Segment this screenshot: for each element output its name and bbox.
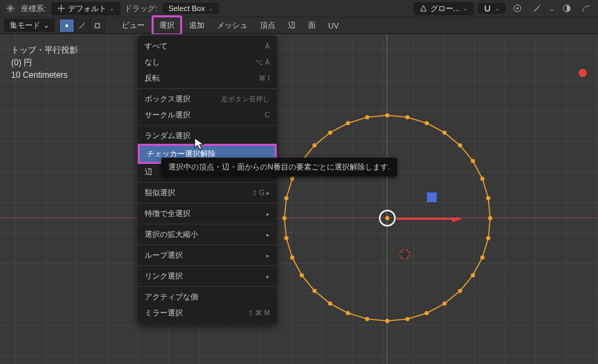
- menu-vertex[interactable]: 頂点: [254, 17, 281, 33]
- chevron-down-icon: ⌄: [494, 5, 500, 12]
- svg-point-37: [486, 196, 490, 200]
- svg-point-18: [312, 289, 316, 293]
- vertex-mode[interactable]: [59, 19, 74, 33]
- svg-point-16: [346, 311, 350, 315]
- chevron-down-icon: ⌄: [109, 5, 115, 12]
- svg-point-36: [480, 176, 485, 181]
- svg-point-19: [300, 273, 304, 277]
- dd-all-by-trait[interactable]: 特徴で全選択▸: [138, 206, 277, 222]
- menu-mesh[interactable]: メッシュ: [211, 17, 253, 33]
- svg-point-15: [365, 317, 369, 321]
- svg-point-3: [65, 24, 68, 27]
- svg-point-13: [405, 317, 410, 321]
- gizmo-arrow-x[interactable]: [396, 217, 466, 231]
- nav-dot-icon[interactable]: [579, 69, 587, 77]
- svg-point-17: [328, 301, 332, 306]
- dd-all[interactable]: すべてA: [138, 38, 277, 54]
- axes-icon: [57, 4, 65, 13]
- chevron-down-icon: ⌄: [43, 21, 49, 30]
- svg-line-4: [79, 23, 85, 28]
- arc-icon[interactable]: [579, 1, 594, 16]
- dd-box[interactable]: ボックス選択左ボタン長押し: [138, 91, 277, 107]
- dd-linked[interactable]: リンク選択▸: [138, 268, 277, 284]
- svg-point-22: [282, 216, 286, 220]
- orient-dropdown[interactable]: グロー... ⌄: [414, 2, 474, 15]
- select-mode-group: [59, 19, 105, 33]
- svg-point-12: [425, 311, 429, 315]
- dd-similar[interactable]: 類似選択⇧ G ▸: [138, 185, 277, 201]
- menu-select[interactable]: 選択: [152, 15, 182, 35]
- svg-point-24: [290, 176, 294, 181]
- edge-mode[interactable]: [74, 19, 90, 33]
- menu-view[interactable]: ビュー: [116, 17, 150, 33]
- svg-marker-39: [452, 217, 462, 222]
- mesh-circle[interactable]: [0, 34, 598, 364]
- drag-value: Select Box: [168, 4, 205, 13]
- svg-point-27: [328, 131, 332, 135]
- dd-random[interactable]: ランダム選択: [138, 128, 277, 144]
- menu-add[interactable]: 追加: [184, 17, 210, 33]
- dd-mirror[interactable]: ミラー選択⇧ ⌘ M: [138, 305, 277, 321]
- svg-point-32: [425, 121, 429, 125]
- orient-value: グロー...: [430, 3, 460, 14]
- svg-point-31: [405, 115, 410, 119]
- dd-loop[interactable]: ループ選択▸: [138, 247, 277, 263]
- svg-point-35: [471, 159, 475, 163]
- svg-point-9: [471, 273, 475, 277]
- origin-dot: [385, 216, 389, 220]
- coord-value: デフォルト: [68, 3, 106, 14]
- svg-point-7: [486, 236, 490, 240]
- chevron-down-icon: ⌄: [549, 4, 555, 13]
- mode-dropdown[interactable]: 集モード ⌄: [4, 19, 55, 32]
- subheader-toolbar: 集モード ⌄ ビュー 選択 追加 メッシュ 頂点 辺 面 UV: [0, 17, 598, 34]
- mode-label: 集モード: [10, 20, 40, 31]
- svg-rect-5: [95, 24, 99, 28]
- menu-face[interactable]: 面: [302, 17, 321, 33]
- gizmo-handle-z[interactable]: [427, 192, 437, 202]
- pivot-icon: [419, 4, 428, 13]
- viewport[interactable]: トップ・平行投影 (0) 円 10 Centimeters すべてA なし⌥ A…: [0, 34, 598, 364]
- svg-point-34: [458, 143, 462, 147]
- coord-label: 座標系:: [21, 3, 46, 14]
- tooltip: 選択中の頂点・辺・面からのN番目の要素ごとに選択解除します.: [161, 158, 397, 176]
- svg-point-14: [385, 319, 389, 323]
- select-dropdown: すべてA なし⌥ A 反転⌘ I ボックス選択左ボタン長押し サークル選択C ラ…: [138, 35, 277, 324]
- svg-point-23: [284, 196, 289, 200]
- header-toolbar: 座標系: デフォルト ⌄ ドラッグ: Select Box ⌄ グロー... ⌄…: [0, 0, 598, 17]
- menu-uv[interactable]: UV: [323, 19, 344, 33]
- svg-point-29: [365, 115, 369, 119]
- drag-dropdown[interactable]: Select Box ⌄: [163, 3, 219, 14]
- svg-point-26: [312, 143, 316, 147]
- proportional-edit-icon[interactable]: [510, 1, 525, 16]
- chevron-down-icon: ⌄: [462, 5, 468, 12]
- svg-point-6: [488, 216, 492, 220]
- measure-icon[interactable]: [529, 1, 544, 16]
- drag-label: ドラッグ:: [124, 3, 157, 14]
- svg-point-11: [442, 301, 446, 306]
- svg-point-33: [442, 131, 446, 135]
- coord-dropdown[interactable]: デフォルト ⌄: [51, 2, 120, 15]
- svg-point-8: [480, 256, 485, 260]
- svg-point-21: [284, 236, 289, 240]
- svg-point-30: [385, 113, 389, 117]
- orientation-icon[interactable]: [4, 2, 17, 15]
- dd-invert[interactable]: 反転⌘ I: [138, 70, 277, 86]
- snap-dropdown[interactable]: ⌄: [478, 3, 506, 14]
- face-mode[interactable]: [90, 19, 105, 33]
- menu-edge[interactable]: 辺: [282, 17, 301, 33]
- cursor-3d-icon: [396, 246, 413, 263]
- svg-point-28: [346, 121, 350, 125]
- svg-point-20: [290, 256, 294, 260]
- chevron-down-icon: ⌄: [208, 5, 213, 12]
- dd-active-side[interactable]: アクティブな側: [138, 289, 277, 305]
- svg-point-10: [458, 289, 462, 293]
- magnet-icon: [483, 4, 492, 13]
- svg-point-1: [517, 8, 519, 10]
- dd-circle[interactable]: サークル選択C: [138, 107, 277, 123]
- shading-icon[interactable]: [559, 1, 574, 16]
- dd-more-less[interactable]: 選択の拡大縮小▸: [138, 226, 277, 242]
- dd-none[interactable]: なし⌥ A: [138, 54, 277, 70]
